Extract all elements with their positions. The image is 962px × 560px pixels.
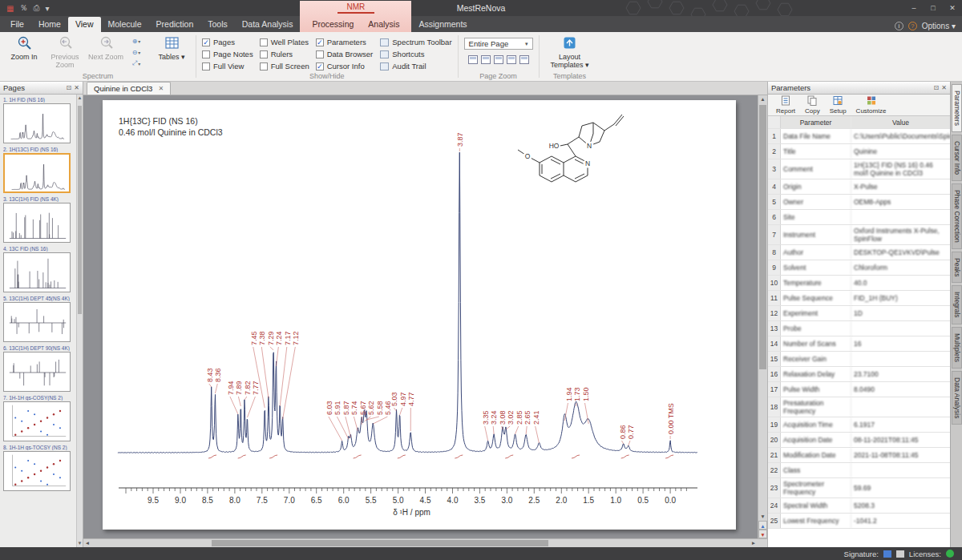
parameter-row[interactable]: 22Class bbox=[768, 463, 950, 478]
parameters-float-icon[interactable]: ⊡ bbox=[934, 84, 940, 91]
checkbox-box[interactable] bbox=[316, 50, 324, 58]
page-thumbnail[interactable]: 1. 1H FID (NS 16) bbox=[3, 97, 72, 143]
menu-tab-tools[interactable]: Tools bbox=[200, 17, 235, 32]
parameter-row[interactable]: 20Acquisition Date08-11-2021T08:11:45 bbox=[768, 433, 950, 448]
menu-tab-view[interactable]: View bbox=[68, 17, 101, 32]
parameter-row[interactable]: 16Relaxation Delay23.7100 bbox=[768, 367, 950, 382]
menu-tab-processing[interactable]: Processing bbox=[305, 17, 361, 32]
parameter-row[interactable]: 23Spectrometer Frequency59.69 bbox=[768, 478, 950, 498]
zoom-page-width-icon[interactable] bbox=[481, 55, 491, 64]
side-tab-integrals[interactable]: Integrals bbox=[952, 285, 962, 324]
scroll-down-icon[interactable]: ▼ bbox=[758, 513, 767, 521]
maximize-button[interactable]: □ bbox=[924, 1, 943, 15]
checkbox-box[interactable]: ✓ bbox=[316, 62, 324, 71]
pages-scroll-up-icon[interactable]: ▲ bbox=[77, 95, 83, 102]
parameter-row[interactable]: 9SolventChloroform bbox=[768, 260, 950, 276]
scroll-left-icon[interactable]: ◄ bbox=[83, 539, 91, 547]
setup-button[interactable]: Setup bbox=[830, 95, 847, 115]
page-thumbnail[interactable]: 4. 13C FID (NS 16) bbox=[3, 246, 72, 292]
zoom-out-tool-icon[interactable]: ⊖▾ bbox=[128, 47, 144, 57]
customize-button[interactable]: Customize bbox=[856, 95, 887, 115]
document-tab[interactable]: Quinine in CDCl3 ✕ bbox=[87, 82, 171, 95]
zoom-thumbnails-icon[interactable] bbox=[519, 55, 529, 64]
side-tab-peaks[interactable]: Peaks bbox=[952, 252, 962, 284]
page-thumbnail[interactable]: 5. 13C{1H} DEPT 45(NS 4K) bbox=[3, 296, 72, 342]
parameter-row[interactable]: 4OriginX-Pulse bbox=[768, 179, 950, 195]
checkbox-box[interactable]: ✓ bbox=[316, 38, 324, 46]
page-thumbnail[interactable]: 6. 13C{1H} DEPT 90(NS 4K) bbox=[3, 345, 72, 392]
next-page-button[interactable]: ▼ bbox=[758, 530, 767, 538]
parameter-row[interactable]: 5OwnerOEM8-Apps bbox=[768, 195, 950, 210]
app-icon[interactable]: ▦ bbox=[6, 4, 14, 13]
parameter-row[interactable]: 17Pulse Width8.0490 bbox=[768, 382, 950, 397]
checkbox-page-notes[interactable]: Page Notes bbox=[202, 50, 253, 58]
parameter-row[interactable]: 1Data File NameC:\Users\Public\Documents… bbox=[768, 129, 950, 144]
parameter-row[interactable]: 25Lowest Frequency-1041.2 bbox=[768, 514, 950, 529]
zoom-in-button[interactable]: Zoom In bbox=[6, 34, 42, 62]
signature-doc-icon[interactable] bbox=[896, 550, 904, 558]
menu-tab-file[interactable]: File bbox=[3, 17, 31, 32]
button-audit-trail[interactable]: Audit Trail bbox=[380, 62, 451, 71]
parameter-row[interactable]: 11Pulse SequenceFID_1H (BUY) bbox=[768, 291, 950, 306]
fit-tool-icon[interactable]: ⤢▾ bbox=[128, 58, 144, 68]
menu-tab-analysis[interactable]: Analysis bbox=[361, 17, 406, 32]
report-button[interactable]: Report bbox=[776, 95, 795, 115]
button-spectrum-toolbar[interactable]: Spectrum Toolbar bbox=[380, 38, 451, 46]
parameter-row[interactable]: 7InstrumentOxford Instruments X-Pulse, S… bbox=[768, 225, 950, 245]
parameter-row[interactable]: 6Site bbox=[768, 210, 950, 225]
parameter-row[interactable]: 18Presaturation Frequency bbox=[768, 397, 950, 417]
checkbox-full-view[interactable]: Full View bbox=[202, 62, 253, 71]
menu-tab-molecule[interactable]: Molecule bbox=[101, 17, 149, 32]
info-icon[interactable]: i bbox=[895, 22, 903, 30]
print-icon[interactable]: ⎙ bbox=[33, 3, 39, 13]
checkbox-box[interactable] bbox=[260, 38, 268, 46]
previous-page-button[interactable]: ▲ bbox=[758, 521, 767, 530]
side-tab-phase-correction[interactable]: Phase Correction bbox=[952, 183, 962, 249]
parameter-row[interactable]: 14Number of Scans16 bbox=[768, 336, 950, 352]
scroll-up-icon[interactable]: ▲ bbox=[758, 95, 767, 103]
checkbox-rulers[interactable]: Rulers bbox=[260, 50, 309, 58]
checkbox-cursor-info[interactable]: ✓Cursor Info bbox=[316, 62, 374, 71]
undo-icon[interactable]: ▾ bbox=[45, 4, 49, 13]
button-shortcuts[interactable]: Shortcuts bbox=[380, 50, 451, 58]
pages-close-icon[interactable]: ✕ bbox=[74, 84, 79, 91]
checkbox-box[interactable] bbox=[202, 62, 210, 71]
percent-tool-icon[interactable]: ％ bbox=[19, 2, 27, 14]
options-button[interactable]: Options ▾ bbox=[922, 22, 956, 30]
zoom-two-pages-icon[interactable] bbox=[507, 55, 516, 64]
checkbox-box[interactable] bbox=[202, 50, 210, 58]
side-tab-data-analysis[interactable]: Data Analysis bbox=[952, 371, 962, 425]
page-zoom-dropdown[interactable]: Entire Page▾ bbox=[464, 38, 533, 50]
canvas-horizontal-scrollbar[interactable]: ◄ ► bbox=[83, 538, 767, 547]
checkbox-pages[interactable]: ✓Pages bbox=[202, 38, 253, 46]
pages-scroll-down-icon[interactable]: ▼ bbox=[77, 540, 83, 547]
pages-scrollbar[interactable]: ▲ ▼ bbox=[76, 95, 83, 547]
parameters-table[interactable]: ParameterValue1Data File NameC:\Users\Pu… bbox=[768, 116, 950, 547]
zoom-full-page-icon[interactable] bbox=[468, 55, 478, 64]
menu-tab-data-analysis[interactable]: Data Analysis bbox=[235, 17, 301, 32]
page-thumbnail[interactable]: 7. 1H-1H gs-COSY(NS 2) bbox=[3, 395, 72, 441]
layout-templates-button[interactable]: Layout Templates ▾ bbox=[545, 34, 595, 70]
menu-tab-assignments[interactable]: Assignments bbox=[411, 17, 474, 32]
zoom-tool-icon[interactable]: ⊕▾ bbox=[128, 36, 144, 46]
side-tab-parameters[interactable]: Parameters bbox=[952, 84, 962, 132]
page-thumbnail[interactable]: 2. 1H{13C} FID (NS 16) bbox=[3, 147, 72, 193]
page-thumbnail[interactable]: 8. 1H-1H gs-TOCSY (NS 2) bbox=[3, 445, 72, 491]
close-button[interactable]: ✕ bbox=[943, 1, 962, 15]
parameter-row[interactable]: 13Probe bbox=[768, 321, 950, 336]
menu-tab-home[interactable]: Home bbox=[31, 17, 68, 32]
canvas[interactable]: 1H{13C} FID (NS 16) 0.46 mol/l Quinine i… bbox=[83, 95, 767, 538]
checkbox-full-screen[interactable]: Full Screen bbox=[260, 62, 309, 71]
checkbox-box[interactable]: ✓ bbox=[202, 38, 210, 46]
checkbox-parameters[interactable]: ✓Parameters bbox=[316, 38, 374, 46]
copy-button[interactable]: Copy bbox=[805, 95, 820, 115]
side-tab-multiplets[interactable]: Multiplets bbox=[952, 327, 962, 369]
parameters-close-icon[interactable]: ✕ bbox=[941, 84, 947, 91]
canvas-vertical-scrollbar[interactable]: ▲ ▼ ▲ ▼ bbox=[758, 95, 767, 538]
parameter-row[interactable]: 21Modification Date2021-11-08T08:11:45 bbox=[768, 448, 950, 463]
menu-tab-prediction[interactable]: Prediction bbox=[149, 17, 201, 32]
signature-status-icon[interactable] bbox=[883, 550, 891, 558]
side-tab-cursor-info[interactable]: Cursor Info bbox=[952, 135, 962, 181]
tables-button[interactable]: Tables ▾ bbox=[153, 34, 190, 62]
parameter-row[interactable]: 12Experiment1D bbox=[768, 306, 950, 321]
